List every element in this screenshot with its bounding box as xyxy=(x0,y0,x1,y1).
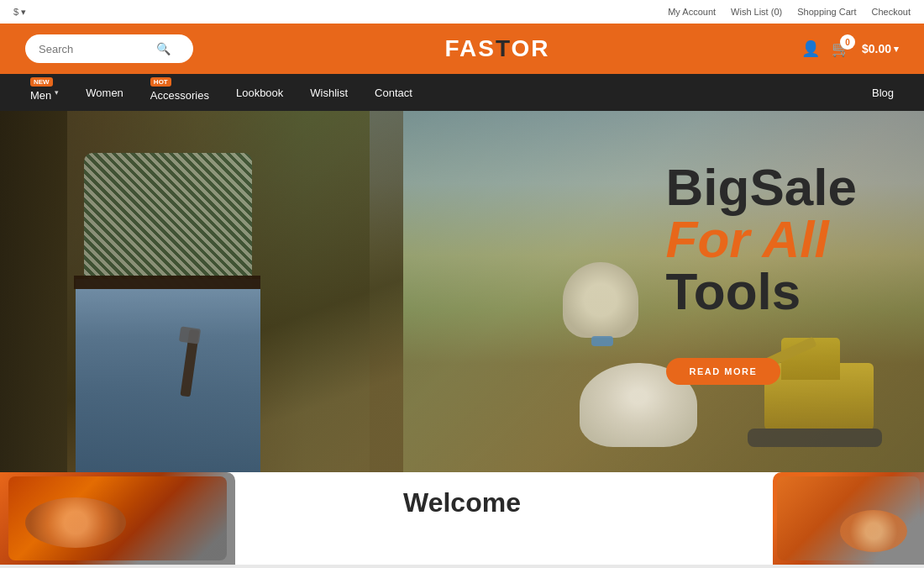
my-account-link[interactable]: My Account xyxy=(668,7,716,17)
hero-shirt xyxy=(84,153,252,287)
nav-lookbook-label: Lookbook xyxy=(236,87,283,99)
hero-title-line1: BigSale xyxy=(666,161,857,213)
badge-new: NEW xyxy=(30,77,53,87)
cart-dropdown-icon: ▾ xyxy=(894,44,899,55)
nav-left: NEW Men ▾ Women HOT Accessories Lookbook… xyxy=(17,74,426,111)
checkout-link[interactable]: Checkout xyxy=(872,7,911,17)
hero-section: BigSale For All Tools READ MORE xyxy=(0,111,924,472)
logo-text: FASTOR xyxy=(444,35,549,61)
hero-wristband xyxy=(591,336,613,346)
bottom-tool-right xyxy=(773,472,924,565)
currency-selector[interactable]: $ ▾ xyxy=(13,7,26,18)
header: 🔍 FASTOR 👤 🛒 0 $0.00 ▾ xyxy=(0,24,924,74)
nav-wishlist-label: Wishlist xyxy=(310,87,348,99)
nav-blog[interactable]: Blog xyxy=(858,87,907,99)
hero-title-line3: Tools xyxy=(666,266,857,318)
bottom-tool-left xyxy=(0,472,235,565)
nav-lookbook[interactable]: Lookbook xyxy=(223,74,297,111)
shopping-cart-link[interactable]: Shopping Cart xyxy=(797,7,856,17)
utility-links: My Account Wish List (0) Shopping Cart C… xyxy=(668,7,911,17)
nav-women-label: Women xyxy=(86,87,123,99)
nav-men[interactable]: NEW Men ▾ xyxy=(17,74,72,111)
cart-count-badge: 0 xyxy=(840,34,855,50)
cart-price-value: $0.00 xyxy=(862,42,891,55)
welcome-heading: Welcome xyxy=(403,487,521,518)
site-wrapper: 🔍 FASTOR 👤 🛒 0 $0.00 ▾ NEW xyxy=(0,24,924,565)
nav-accessories-label: Accessories xyxy=(150,89,209,102)
nav-contact[interactable]: Contact xyxy=(361,74,426,111)
hero-belt xyxy=(74,276,260,289)
account-icon: 👤 xyxy=(801,39,820,58)
search-input[interactable] xyxy=(39,43,156,55)
read-more-button[interactable]: READ MORE xyxy=(666,358,781,385)
nav-contact-label: Contact xyxy=(375,87,412,99)
site-logo[interactable]: FASTOR xyxy=(444,35,549,62)
badge-hot: HOT xyxy=(150,77,171,87)
navbar: NEW Men ▾ Women HOT Accessories Lookbook… xyxy=(0,74,924,111)
nav-wishlist[interactable]: Wishlist xyxy=(297,74,361,111)
nav-accessories[interactable]: HOT Accessories xyxy=(137,74,223,111)
cart-price-display[interactable]: $0.00 ▾ xyxy=(862,42,899,55)
nav-blog-label: Blog xyxy=(872,87,894,99)
nav-women[interactable]: Women xyxy=(72,74,137,111)
hero-jeans xyxy=(76,279,260,472)
hero-text-block: BigSale For All Tools READ MORE xyxy=(666,161,857,385)
search-button[interactable]: 🔍 xyxy=(156,42,171,55)
utility-bar: $ ▾ My Account Wish List (0) Shopping Ca… xyxy=(0,0,924,24)
wish-list-link[interactable]: Wish List (0) xyxy=(731,7,782,17)
account-button[interactable]: 👤 xyxy=(801,39,820,58)
hero-glove xyxy=(563,262,638,338)
nav-men-chevron: ▾ xyxy=(55,88,59,97)
bottom-section: Welcome xyxy=(0,472,924,565)
hero-title-line2: For All xyxy=(666,213,857,266)
search-bar[interactable]: 🔍 xyxy=(25,34,193,63)
nav-men-label: Men xyxy=(30,89,51,102)
hero-hammer-head xyxy=(179,326,201,344)
header-right: 👤 🛒 0 $0.00 ▾ xyxy=(801,39,899,58)
cart-icon-wrap[interactable]: 🛒 0 xyxy=(832,39,850,58)
currency-label: $ ▾ xyxy=(13,7,26,18)
